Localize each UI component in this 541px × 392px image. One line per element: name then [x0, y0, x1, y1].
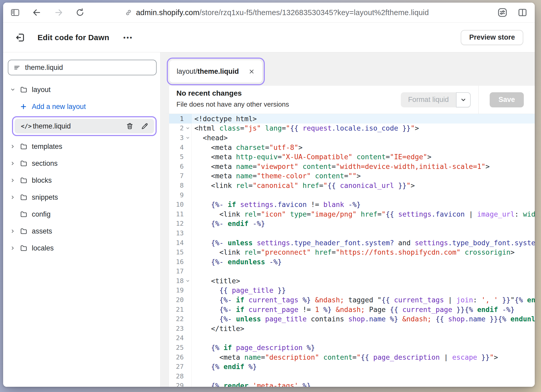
back-icon[interactable] [32, 8, 42, 17]
code-line-text[interactable]: <html class="js" lang="{{ request.locale… [192, 124, 535, 132]
sidebar-item-assets[interactable]: assets [8, 225, 157, 238]
delete-file-icon[interactable] [126, 122, 134, 130]
code-line-text[interactable]: <meta name="theme-color" content=""> [192, 172, 535, 180]
sidebar-item-label: snippets [32, 193, 58, 201]
code-line-text[interactable]: {% endif %} [192, 363, 535, 371]
status-title: No recent changes [176, 89, 401, 97]
more-actions-icon[interactable]: ••• [123, 34, 133, 41]
chevron-right-icon[interactable] [8, 194, 20, 200]
close-icon[interactable] [248, 68, 255, 75]
code-line[interactable]: 16 {%- endunless -%} [169, 257, 535, 267]
code-line[interactable]: 1<!doctype html> [169, 114, 535, 124]
code-line-text[interactable]: {%- if current_page != 1 %} &ndash; Page… [192, 305, 535, 314]
page-settings-icon[interactable] [497, 7, 508, 18]
exit-editor-icon[interactable] [15, 32, 26, 43]
code-line[interactable]: 29 {% render 'meta-tags' %} [169, 381, 535, 387]
chevron-right-icon[interactable] [8, 144, 20, 149]
chevron-right-icon[interactable] [8, 228, 20, 234]
code-line[interactable]: 20 {%- if current_tags %} &ndash; tagged… [169, 295, 535, 305]
selected-file-ring: </>theme.liquid [12, 116, 157, 136]
sidebar-item-blocks[interactable]: blocks [8, 174, 157, 187]
code-line-text[interactable]: {% render 'meta-tags' %} [192, 382, 535, 387]
code-line[interactable]: 28 [169, 371, 535, 381]
format-liquid-button[interactable]: Format liquid [401, 92, 471, 107]
code-line-text[interactable]: </title> [192, 324, 535, 333]
code-line-text[interactable]: {% if page_description %} [192, 344, 535, 352]
forward-icon[interactable] [54, 8, 64, 17]
chevron-right-icon[interactable] [8, 177, 20, 183]
sidebar-item-templates[interactable]: templates [8, 140, 157, 153]
code-line-text[interactable]: <meta charset="utf-8"> [192, 143, 535, 151]
code-line[interactable]: 18 <title> [169, 276, 535, 286]
address-bar[interactable]: admin.shopify.com/store/rzq1xu-f5/themes… [125, 8, 429, 17]
sidebar-item-sections[interactable]: sections [8, 157, 157, 170]
code-line-text[interactable]: <title> [192, 277, 535, 285]
sidebar-item-snippets[interactable]: snippets [8, 191, 157, 204]
code-line-text[interactable]: <meta http-equiv="X-UA-Compatible" conte… [192, 153, 535, 161]
sidebar-toggle-icon[interactable] [10, 7, 20, 18]
code-line[interactable]: 24 [169, 333, 535, 343]
code-line-text[interactable]: {%- endif -%} [192, 219, 535, 228]
code-line-text[interactable]: {%- unless page_title contains shop.name… [192, 315, 535, 323]
code-line-text[interactable]: <meta name="viewport" content="width=dev… [192, 162, 535, 170]
code-line[interactable]: 26 <meta name="description" content="{{ … [169, 352, 535, 362]
fold-icon[interactable] [184, 126, 191, 130]
preview-store-button[interactable]: Preview store [461, 30, 523, 45]
code-line[interactable]: 21 {%- if current_page != 1 %} &ndash; P… [169, 305, 535, 314]
rename-file-icon[interactable] [141, 122, 149, 130]
code-line-text[interactable]: <link rel="canonical" href="{{ canonical… [192, 181, 535, 189]
code-line[interactable]: 5 <meta http-equiv="X-UA-Compatible" con… [169, 152, 535, 162]
split-view-icon[interactable] [517, 7, 528, 18]
code-line[interactable]: 19 {{ page_title }} [169, 286, 535, 295]
line-number: 13 [169, 228, 192, 238]
save-button[interactable]: Save [490, 92, 524, 107]
code-line-text[interactable]: {%- if settings.favicon != blank -%} [192, 200, 535, 209]
code-line-text[interactable]: {%- endunless -%} [192, 258, 535, 266]
code-line[interactable]: 6 <meta name="viewport" content="width=d… [169, 162, 535, 171]
code-line-text[interactable]: <head> [192, 134, 535, 142]
add-layout-button[interactable]: Add a new layout [8, 100, 157, 113]
code-editor[interactable]: 1<!doctype html>2<html class="js" lang="… [161, 114, 535, 387]
code-line[interactable]: 11 <link rel="icon" type="image/png" hre… [169, 209, 535, 219]
code-line-text[interactable]: {%- unless settings.type_header_font.sys… [192, 239, 535, 247]
fold-icon[interactable] [184, 279, 191, 283]
code-line[interactable]: 22 {%- unless page_title contains shop.n… [169, 314, 535, 324]
code-line[interactable]: 3 <head> [169, 133, 535, 143]
line-number: 28 [169, 371, 192, 381]
reload-icon[interactable] [75, 8, 85, 17]
code-line[interactable]: 23 </title> [169, 324, 535, 333]
code-line[interactable]: 17 [169, 267, 535, 276]
code-line[interactable]: 8 <link rel="canonical" href="{{ canonic… [169, 181, 535, 190]
sidebar-item-locales[interactable]: locales [8, 242, 157, 255]
code-line[interactable]: 7 <meta name="theme-color" content=""> [169, 171, 535, 181]
code-line-text[interactable]: <link rel="icon" type="image/png" href="… [192, 210, 535, 218]
code-line-text[interactable]: <link rel="preconnect" href="https://fon… [192, 248, 535, 256]
code-line[interactable]: 25 {% if page_description %} [169, 343, 535, 352]
sidebar-item-config[interactable]: config [8, 208, 157, 221]
code-line-text[interactable]: {{ page_title }} [192, 286, 535, 294]
code-line-text[interactable]: {%- if current_tags %} &ndash; tagged "{… [192, 296, 535, 304]
chevron-right-icon[interactable] [8, 245, 20, 251]
sidebar-item-theme-liquid[interactable]: </>theme.liquid [15, 119, 154, 133]
code-line[interactable]: 15 <link rel="preconnect" href="https://… [169, 247, 535, 257]
tab-theme-liquid[interactable]: layout/theme.liquid [169, 60, 262, 83]
code-line[interactable]: 12 {%- endif -%} [169, 219, 535, 229]
chevron-down-icon[interactable] [8, 87, 20, 93]
code-line[interactable]: 4 <meta charset="utf-8"> [169, 143, 535, 152]
code-line[interactable]: 10 {%- if settings.favicon != blank -%} [169, 200, 535, 209]
code-line[interactable]: 9 [169, 190, 535, 200]
code-line-text[interactable]: <!doctype html> [192, 115, 535, 123]
chevron-down-icon[interactable] [456, 92, 471, 107]
code-line[interactable]: 2<html class="js" lang="{{ request.local… [169, 124, 535, 133]
code-line-text[interactable]: <meta name="description" content="{{ pag… [192, 353, 535, 361]
code-line[interactable]: 13 [169, 228, 535, 238]
sidebar-item-layout[interactable]: layout [8, 83, 157, 96]
version-info-bar: No recent changes File does not have any… [161, 86, 535, 114]
code-line[interactable]: 27 {% endif %} [169, 362, 535, 371]
file-filter-input[interactable]: theme.liquid [8, 60, 157, 75]
filter-value: theme.liquid [25, 64, 63, 72]
chevron-right-icon[interactable] [8, 161, 20, 166]
code-line[interactable]: 14 {%- unless settings.type_header_font.… [169, 238, 535, 248]
line-number: 23 [169, 324, 192, 333]
fold-icon[interactable] [184, 136, 191, 140]
